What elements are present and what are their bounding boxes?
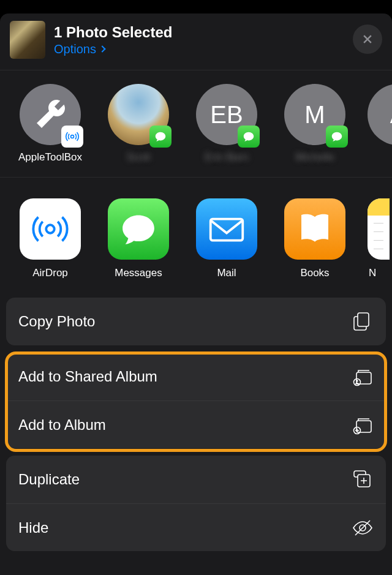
hide-icon bbox=[352, 517, 374, 539]
app-notes[interactable]: N bbox=[368, 198, 390, 279]
album-icon bbox=[352, 414, 374, 436]
contact-item[interactable]: M Michelle bbox=[279, 84, 350, 163]
app-label: Messages bbox=[103, 267, 174, 279]
svg-point-1 bbox=[46, 225, 54, 233]
contact-appletoolbox[interactable]: AppleToolBox bbox=[15, 84, 86, 163]
photo-thumbnail bbox=[10, 21, 45, 59]
svg-rect-4 bbox=[356, 372, 371, 384]
app-label: AirDrop bbox=[15, 267, 86, 279]
contact-item[interactable]: EB Erin Barn bbox=[191, 84, 262, 163]
messages-badge-icon bbox=[238, 126, 260, 148]
action-group: Duplicate Hide bbox=[6, 456, 386, 551]
svg-point-6 bbox=[356, 380, 358, 381]
close-icon bbox=[361, 33, 374, 45]
avatar: A bbox=[368, 84, 392, 145]
action-label: Add to Shared Album bbox=[18, 368, 157, 385]
options-link[interactable]: Options bbox=[54, 42, 172, 56]
options-label: Options bbox=[54, 42, 96, 56]
action-group: Copy Photo bbox=[6, 298, 386, 345]
action-group: Add to Shared Album Add to Album bbox=[6, 353, 386, 448]
airdrop-icon bbox=[20, 198, 81, 260]
header-text: 1 Photo Selected Options bbox=[54, 24, 172, 56]
hide-action[interactable]: Hide bbox=[6, 503, 386, 551]
airdrop-badge-icon bbox=[61, 126, 83, 148]
close-button[interactable] bbox=[353, 24, 382, 54]
notes-icon bbox=[368, 198, 390, 260]
contact-item[interactable]: A bbox=[368, 84, 390, 163]
copy-icon bbox=[352, 310, 374, 333]
apps-row[interactable]: AirDrop Messages Mail Books N bbox=[0, 178, 392, 298]
contact-label: Michelle bbox=[279, 151, 350, 163]
share-sheet: 1 Photo Selected Options bbox=[0, 13, 392, 575]
copy-photo-action[interactable]: Copy Photo bbox=[6, 298, 386, 345]
header-title: 1 Photo Selected bbox=[54, 24, 172, 41]
svg-rect-2 bbox=[211, 219, 243, 241]
duplicate-action[interactable]: Duplicate bbox=[6, 456, 386, 503]
action-label: Copy Photo bbox=[18, 313, 95, 330]
add-shared-album-action[interactable]: Add to Shared Album bbox=[6, 353, 386, 400]
action-label: Hide bbox=[18, 519, 48, 536]
messages-badge-icon bbox=[149, 126, 172, 148]
contact-label: Scott bbox=[103, 151, 174, 163]
app-books[interactable]: Books bbox=[279, 198, 350, 279]
contact-label: Erin Barn bbox=[191, 151, 262, 163]
svg-point-0 bbox=[71, 135, 74, 138]
action-label: Add to Album bbox=[18, 416, 106, 434]
books-icon bbox=[284, 198, 345, 260]
shared-album-icon bbox=[352, 366, 374, 388]
duplicate-icon bbox=[352, 468, 374, 490]
contact-item[interactable]: Scott bbox=[103, 84, 174, 163]
action-label: Duplicate bbox=[18, 471, 80, 488]
svg-point-5 bbox=[354, 379, 361, 386]
contact-label: AppleToolBox bbox=[15, 151, 86, 163]
actions-list: Copy Photo Add to Shared Album Add to Al… bbox=[0, 298, 392, 551]
app-airdrop[interactable]: AirDrop bbox=[15, 198, 86, 279]
svg-rect-3 bbox=[358, 313, 369, 326]
mail-icon bbox=[196, 198, 257, 260]
app-mail[interactable]: Mail bbox=[191, 198, 262, 279]
chevron-right-icon bbox=[99, 45, 105, 52]
share-header: 1 Photo Selected Options bbox=[0, 13, 392, 70]
app-label: Mail bbox=[191, 267, 262, 279]
app-label: N bbox=[368, 267, 390, 279]
app-messages[interactable]: Messages bbox=[103, 198, 174, 279]
app-label: Books bbox=[279, 267, 350, 279]
add-album-action[interactable]: Add to Album bbox=[6, 400, 386, 448]
messages-icon bbox=[108, 198, 169, 260]
contacts-row[interactable]: AppleToolBox Scott EB Erin Barn M bbox=[0, 70, 392, 177]
messages-badge-icon bbox=[326, 126, 348, 148]
